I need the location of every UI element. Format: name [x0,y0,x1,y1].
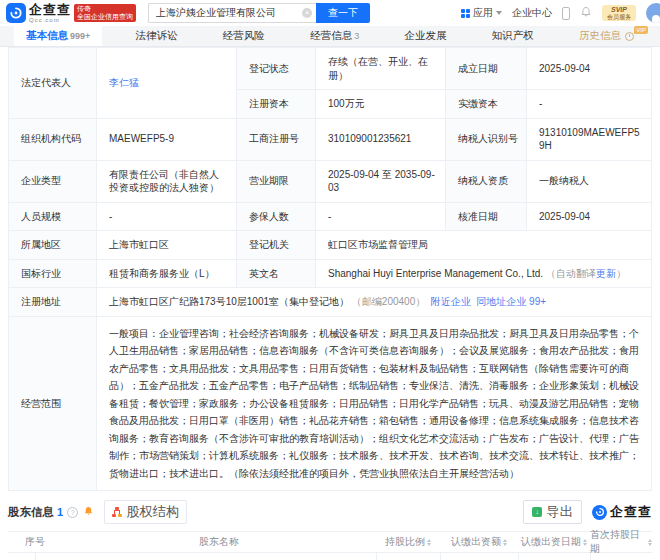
tab-basic-info[interactable]: 基本信息 999+ [14,26,102,46]
shareholders-header: 股东信息 1 ? 股权结构 ↓ 导出 企查查 [8,500,652,524]
paid-capital-value: - [527,90,652,119]
staff-size-value: - [97,202,237,231]
translate-update-link[interactable]: 更新 [596,268,616,279]
tab-bar: 基本信息 999+ 法律诉讼 经营风险 经营信息 3 企业发展 知识产权 历史信… [0,26,660,47]
org-code-value: MAEWEFP5-9 [97,118,237,160]
alert-bell-icon[interactable] [83,505,94,519]
search-input[interactable] [148,3,316,23]
col-name: 股东名称 [62,535,376,549]
col-first-sort[interactable]: 首次持股日期 [590,528,652,556]
biz-term-value: 2025-09-04 至 2035-09-03 [316,160,446,202]
reg-status-label: 登记状态 [237,48,316,90]
reg-authority-value: 虹口区市场监督管理局 [316,231,652,260]
export-label: 导出 [546,503,573,521]
taxpayer-quality-label: 纳税人资质 [446,160,527,202]
brand-domain: Qcc.com [29,17,71,23]
watermark-text: 企查查 [610,503,652,521]
spiral-glyph [9,6,23,20]
tab-ip[interactable]: 知识产权 [480,26,546,46]
row-seq: 1 [8,553,36,560]
col-ratio-label: 持股比例 [385,535,425,549]
apps-grid-icon [461,9,470,18]
note-suffix: ） [616,268,626,279]
address-value: 上海市虹口区广纪路173号10层1001室（集中登记地） [109,296,349,307]
paid-capital-label: 实缴资本 [446,90,527,119]
qcc-logo-icon[interactable] [6,3,26,23]
address-label: 注册地址 [9,288,97,317]
nearby-companies-link[interactable]: 附近企业 [431,296,471,307]
insured-label: 参保人数 [237,202,316,231]
company-type-value: 有限责任公司（非自然人投资或控股的法人独资） [97,160,237,202]
org-code-label: 组织机构代码 [9,118,97,160]
tab-label: 基本信息 [26,29,68,43]
approval-date-value: 2025-09-04 [527,202,652,231]
enterprise-center-link[interactable]: 企业中心 [512,6,552,20]
reg-capital-label: 注册资本 [237,90,316,119]
ratio-cell: 100% [376,553,440,560]
tab-count: 3 [354,31,359,41]
tab-label: 经营风险 [223,29,265,43]
org-chart-icon [112,507,122,517]
english-name-cell: Shanghai Huyi Enterprise Management Co.,… [316,259,652,288]
col-date-sort[interactable]: 认缴出资日期 [518,535,590,549]
notification-bell-icon[interactable] [580,6,592,20]
slogan-line1: 传奇 [77,5,133,13]
equity-structure-button[interactable]: 股权结构 [104,500,187,524]
tab-legal[interactable]: 法律诉讼 [124,26,190,46]
tab-label: 法律诉讼 [136,29,178,43]
sort-icon [427,539,431,546]
shareholders-table-header: 序号 股东名称 持股比例 认缴出资额 认缴出资日期 首次持股日期 [8,532,652,553]
apps-menu[interactable]: 应用 [461,6,502,20]
biz-reg-no-label: 工商注册号 [237,118,316,160]
taxpayer-id-value: 91310109MAEWEFP59H [527,118,652,160]
tab-operation-info[interactable]: 经营信息 3 [298,26,371,46]
reg-status-value: 存续（在营、开业、在册） [316,48,446,90]
top-right-nav: 应用 企业中心 SVIP 会员服务 [461,0,660,26]
taxpayer-id-label: 纳税人识别号 [446,118,527,160]
mobile-app-icon[interactable] [562,7,570,20]
top-bar: 企查查 Qcc.com 传奇 全国企业信用查询 × 查一下 应用 企业中心 SV… [0,0,660,26]
biz-reg-no-value: 310109001235621 [316,118,446,160]
tab-history[interactable]: 历史信息 VIP [567,26,646,46]
date-cell: 2030-09-02 [518,553,590,560]
apps-label: 应用 [473,6,493,20]
scope-value: 一般项目：企业管理咨询；社会经济咨询服务；机械设备研发；厨具卫具及日用杂品批发；… [97,316,652,491]
tab-development[interactable]: 企业发展 [392,26,458,46]
same-address-link[interactable]: 同地址企业 99+ [476,296,546,307]
address-cell: 上海市虹口区广纪路173号10层1001室（集中登记地） （邮编200400） … [97,288,652,317]
svip-label: SVIP [607,6,631,14]
taxpayer-quality-value: 一般纳税人 [527,160,652,202]
shareholder-row: 1 二 级 股 东 - 上海 沪姨 上海沪姨供应链管理有限公司 100% 100… [8,553,652,560]
tab-label: 企业发展 [404,29,446,43]
region-label: 所属地区 [9,231,97,260]
shareholders-table: 序号 股东名称 持股比例 认缴出资额 认缴出资日期 首次持股日期 1 二 级 股… [8,531,652,560]
search-bar: × 查一下 [148,3,370,23]
legal-rep-link[interactable]: 李仁猛 [109,77,139,88]
tab-count: 999+ [70,31,90,41]
sort-icon [648,539,652,546]
info-icon[interactable]: ? [67,507,78,518]
clear-search-icon[interactable]: × [302,8,312,18]
search-button[interactable]: 查一下 [316,3,370,23]
svip-badge[interactable]: SVIP 会员服务 [602,5,636,21]
brand-name: 企查查 [29,3,71,16]
user-avatar[interactable] [646,3,660,23]
col-amount-sort[interactable]: 认缴出资额 [440,535,518,549]
col-ratio-sort[interactable]: 持股比例 [376,535,440,549]
col-date-label: 认缴出资日期 [521,535,581,549]
english-name-value: Shanghai Huyi Enterprise Management Co.,… [328,268,543,279]
tab-risk[interactable]: 经营风险 [211,26,277,46]
tab-label: 历史信息 [579,29,621,43]
reg-authority-label: 登记机关 [237,231,316,260]
staff-size-label: 人员规模 [9,202,97,231]
svip-sublabel: 会员服务 [607,14,631,21]
shareholders-title: 股东信息 [8,505,54,520]
logo-text[interactable]: 企查查 Qcc.com [29,3,71,23]
shareholders-count: 1 [57,506,63,518]
equity-structure-label: 股权结构 [126,503,179,521]
biz-term-label: 营业期限 [237,160,316,202]
col-amount-label: 认缴出资额 [451,535,501,549]
tab-label: 知识产权 [492,29,534,43]
export-button[interactable]: ↓ 导出 [523,500,582,524]
english-name-label: 英文名 [237,259,316,288]
